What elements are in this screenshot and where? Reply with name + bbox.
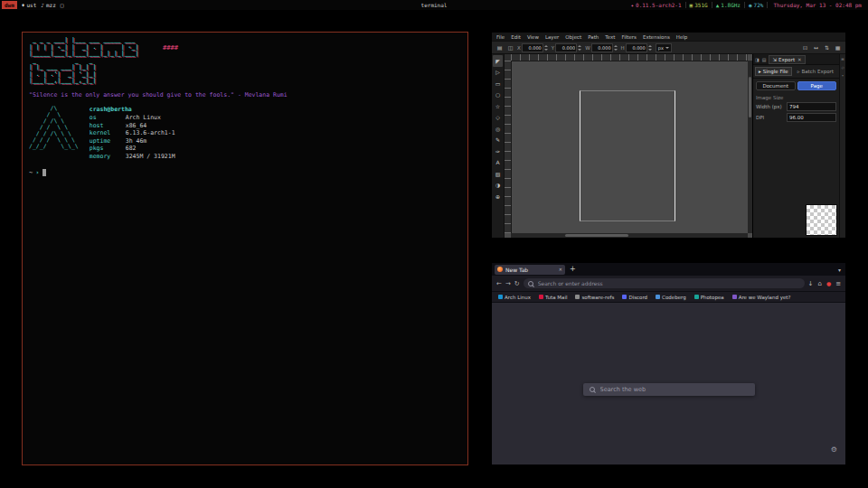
layout-icon[interactable]: □ xyxy=(61,2,64,8)
deselect-icon[interactable]: ◫ xyxy=(506,44,514,51)
dock-icon[interactable]: ◨ xyxy=(755,57,760,62)
tool-pen[interactable]: ✑ xyxy=(493,145,503,157)
tool-dropper[interactable]: ◑ xyxy=(493,180,503,192)
menu-extensions[interactable]: Extensions xyxy=(643,34,670,40)
tool-controls-bar: ▤ ◫ X Y W H px ⊡ ↔ ⇅ ▦ xyxy=(492,41,845,54)
close-icon[interactable]: ✕ xyxy=(797,57,802,62)
scale-corners-icon[interactable]: ↔ xyxy=(812,44,820,51)
w-input[interactable] xyxy=(591,43,613,52)
dock-icon[interactable]: ▤ xyxy=(762,57,767,62)
menu-layer[interactable]: Layer xyxy=(545,34,559,40)
tool-3dbox[interactable]: ◇ xyxy=(493,112,503,124)
h-stepper[interactable] xyxy=(648,44,653,52)
snap-controls-bar: ⊞ ◇ ∙ xyxy=(839,54,845,238)
bookmark-are-we-wayland-yet[interactable]: Are we Wayland yet? xyxy=(732,295,791,300)
bookmark-software-refs[interactable]: software-refs xyxy=(575,295,614,300)
tool-node-editor[interactable]: ▷ xyxy=(493,67,503,79)
w-stepper[interactable] xyxy=(614,44,618,52)
workspace-tag-mzz[interactable]: ♪ mzz xyxy=(41,2,55,8)
dwm-logo[interactable]: dwm xyxy=(2,1,17,9)
list-tabs-chevron-icon[interactable]: ▾ xyxy=(838,267,843,273)
forward-button[interactable]: → xyxy=(505,280,511,287)
menu-path[interactable]: Path xyxy=(588,34,599,40)
scale-gradient-icon[interactable]: ⇅ xyxy=(823,44,831,51)
bookmark-photopea[interactable]: Photopea xyxy=(694,295,724,300)
tool-gradient[interactable]: ▧ xyxy=(493,168,503,180)
url-bar[interactable] xyxy=(524,278,805,288)
scrollbar-thumb[interactable] xyxy=(749,77,751,117)
x-input[interactable] xyxy=(522,43,543,52)
inkscape-window[interactable]: File Edit View Layer Object Path Text Fi… xyxy=(491,32,846,239)
menu-edit[interactable]: Edit xyxy=(511,34,521,40)
canvas[interactable] xyxy=(505,54,752,238)
bookmark-arch-linux[interactable]: Arch Linux xyxy=(498,295,531,300)
menu-text[interactable]: Text xyxy=(605,34,615,40)
scale-pattern-icon[interactable]: ▦ xyxy=(834,44,842,51)
tool-pencil[interactable]: ✎ xyxy=(493,135,503,146)
bookmark-discord[interactable]: Discord xyxy=(622,295,647,300)
tool-spiral[interactable]: ◎ xyxy=(493,123,503,135)
tool-rectangle[interactable]: ▭ xyxy=(493,78,503,89)
tool-ellipse[interactable]: ○ xyxy=(493,89,503,101)
canvas-horizontal-scrollbar[interactable] xyxy=(511,233,748,238)
close-tab-icon[interactable]: ✕ xyxy=(559,267,562,272)
menu-view[interactable]: View xyxy=(527,34,539,40)
snap-icon[interactable]: ⊞ xyxy=(841,57,844,61)
bookmarks-bar: Arch Linux Tuta Mail software-refs Disco… xyxy=(492,292,845,303)
document-page[interactable] xyxy=(580,90,675,221)
scale-stroke-icon[interactable]: ⊡ xyxy=(801,44,809,51)
fetch-label: uptime xyxy=(90,137,126,145)
tab-new-tab[interactable]: New Tab ✕ xyxy=(495,265,565,275)
menu-filters[interactable]: Filters xyxy=(621,34,637,40)
shell-prompt[interactable]: ~ › xyxy=(29,169,461,176)
dpi-label: DPI xyxy=(756,115,785,120)
y-coordinate-field: Y xyxy=(552,43,582,52)
snap-icon[interactable]: ∙ xyxy=(842,73,844,78)
tool-text[interactable]: A xyxy=(493,157,503,169)
menu-help[interactable]: Help xyxy=(676,34,688,40)
tool-selector[interactable]: ◤ xyxy=(493,55,503,67)
tool-star[interactable]: ☆ xyxy=(493,100,503,112)
web-search-input[interactable] xyxy=(599,385,749,394)
scrollbar-thumb[interactable] xyxy=(565,234,628,237)
browser-window[interactable]: New Tab ✕ + ▾ ← → ↻ ↓ ⌂ ● ≡ Arch Linux T… xyxy=(491,262,846,465)
y-stepper[interactable] xyxy=(578,44,582,52)
menu-file[interactable]: File xyxy=(496,34,505,40)
unit-dropdown[interactable]: px xyxy=(656,43,672,52)
select-all-icon[interactable]: ▤ xyxy=(495,44,504,51)
tab-favicon xyxy=(497,267,503,272)
tab-single-file[interactable]: ▸ Single File xyxy=(755,67,792,76)
url-input[interactable] xyxy=(536,279,800,287)
home-button[interactable]: ⌂ xyxy=(817,280,821,287)
y-input[interactable] xyxy=(555,43,577,52)
workspace-tag-ust[interactable]: ♦ ust xyxy=(22,2,36,8)
snap-icon[interactable]: ◇ xyxy=(841,65,844,70)
bookmark-tuta-mail[interactable]: Tuta Mail xyxy=(539,295,567,300)
h-input[interactable] xyxy=(626,43,647,52)
downloads-button[interactable]: ↓ xyxy=(808,280,814,287)
fetch-label: host xyxy=(90,122,126,130)
export-dialog-tab[interactable]: ⇲ Export ✕ xyxy=(769,55,805,64)
export-area-document-button[interactable]: Document xyxy=(756,81,796,90)
tab-batch-export[interactable]: ▹ Batch Export xyxy=(794,67,837,76)
x-stepper[interactable] xyxy=(544,44,549,52)
terminal-window[interactable]: _ _ _ ___| |___ ___ _____ ___ | | | | -_… xyxy=(22,32,468,465)
back-button[interactable]: ← xyxy=(496,280,502,287)
reload-button[interactable]: ↻ xyxy=(514,280,520,287)
export-dpi-input[interactable] xyxy=(787,113,836,122)
bookmark-codeberg[interactable]: Codeberg xyxy=(656,295,686,300)
bookmark-favicon xyxy=(622,295,627,299)
h-label: H xyxy=(621,45,625,51)
tool-connector[interactable]: ⊕ xyxy=(493,191,503,202)
export-width-input[interactable] xyxy=(787,102,836,111)
export-area-page-button[interactable]: Page xyxy=(797,81,837,90)
image-size-label: Image Size xyxy=(753,92,839,101)
extension-record-icon[interactable]: ● xyxy=(826,280,831,286)
quote-line: "Silence is the only answer you should g… xyxy=(29,91,461,99)
menu-button[interactable]: ≡ xyxy=(835,280,841,287)
export-dpi-row: DPI xyxy=(753,112,839,123)
personalize-gear-icon[interactable]: ⚙ xyxy=(831,446,837,454)
menu-object[interactable]: Object xyxy=(565,34,581,40)
web-search-box[interactable] xyxy=(583,383,755,396)
new-tab-button[interactable]: + xyxy=(570,266,576,273)
